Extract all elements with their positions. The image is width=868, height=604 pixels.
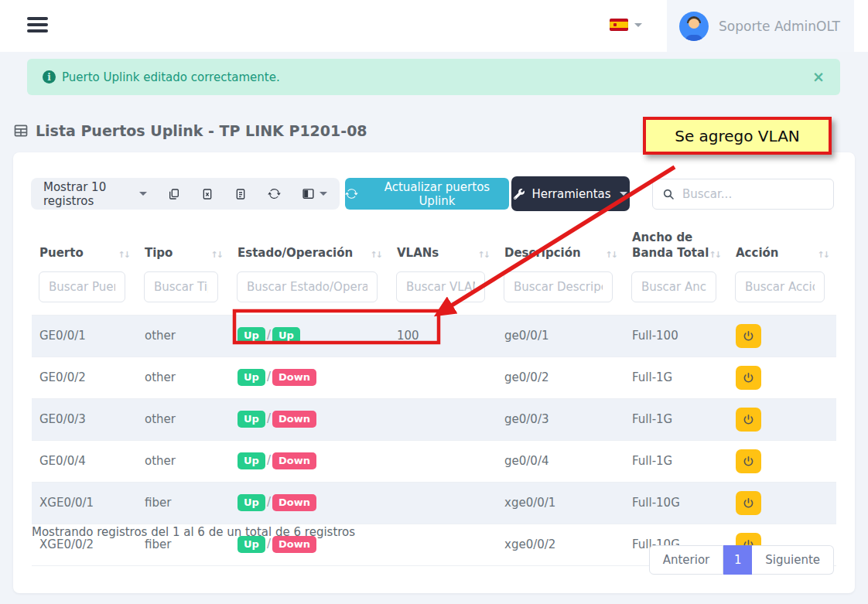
type-cell: other	[137, 440, 230, 482]
column-visibility-icon[interactable]	[302, 187, 327, 200]
action-cell	[728, 398, 836, 440]
power-toggle-button[interactable]	[736, 366, 761, 390]
status-badge: Down	[272, 411, 316, 428]
column-header-4[interactable]: Descripción↑↓	[497, 224, 624, 271]
chevron-down-icon	[620, 192, 627, 196]
alert-message: Puerto Uplink editado correctamente.	[62, 70, 280, 84]
hamburger-menu-icon[interactable]	[27, 17, 48, 36]
reload-icon[interactable]	[268, 187, 281, 200]
table-row: GE0/0/1otherUp/Up100ge0/0/1Full-100	[32, 315, 836, 357]
sort-icon: ↑↓	[211, 250, 222, 261]
info-icon: i	[43, 70, 56, 84]
column-label: VLANs	[397, 245, 439, 261]
copy-icon[interactable]	[168, 188, 180, 200]
description-cell: xge0/0/2	[497, 524, 624, 565]
column-filter-input[interactable]	[237, 271, 378, 302]
description-cell: ge0/0/4	[497, 440, 624, 482]
status-badge: Up	[238, 411, 265, 428]
bandwidth-cell: Full-1G	[624, 357, 728, 398]
column-header-1[interactable]: Tipo↑↓	[137, 224, 230, 271]
success-alert: i Puerto Uplink editado correctamente. ×	[27, 59, 840, 95]
length-menu[interactable]: Mostrar 10 registros	[43, 180, 147, 208]
power-icon	[743, 456, 754, 467]
column-filter-input[interactable]	[504, 271, 613, 302]
status-badge: Up	[238, 494, 265, 511]
page-title-text: Lista Puertos Uplink - TP LINK P1201-08	[36, 122, 367, 139]
column-header-3[interactable]: VLANs↑↓	[389, 224, 497, 271]
table-row: GE0/0/4otherUp/Downge0/0/4Full-1G	[32, 440, 836, 482]
language-dropdown[interactable]	[610, 19, 642, 31]
status-badge: Up	[238, 369, 265, 386]
column-header-5[interactable]: Ancho de Banda Total↑↓	[624, 224, 728, 271]
port-cell: GE0/0/4	[32, 440, 137, 482]
adminolt-page: Soporte AdminOLT i Puerto Uplink editado…	[0, 0, 868, 604]
vlans-cell	[389, 440, 497, 482]
file-export-icon[interactable]	[234, 188, 247, 200]
column-label: Tipo	[145, 245, 173, 261]
user-menu[interactable]: Soporte AdminOLT	[667, 0, 854, 52]
column-label: Estado/Operación	[238, 245, 353, 261]
power-toggle-button[interactable]	[736, 491, 761, 515]
pagination-prev-button[interactable]: Anterior	[649, 545, 724, 575]
power-toggle-button[interactable]	[736, 324, 761, 348]
status-badge: Up	[238, 452, 265, 469]
status-badge: Down	[272, 452, 316, 469]
sort-icon: ↑↓	[478, 250, 489, 261]
bandwidth-cell: Full-100	[624, 315, 728, 357]
column-filter-input[interactable]	[631, 271, 716, 302]
port-cell: GE0/0/3	[32, 398, 137, 440]
column-header-6[interactable]: Acción↑↓	[728, 224, 836, 271]
refresh-icon	[345, 187, 358, 200]
annotation-text: Se agrego VLAN	[675, 127, 800, 145]
column-filter-input[interactable]	[144, 271, 218, 302]
type-cell: other	[137, 315, 230, 357]
column-filter-input[interactable]	[39, 271, 125, 302]
column-label: Puerto	[39, 245, 84, 261]
description-cell: ge0/0/1	[497, 315, 624, 357]
tools-dropdown-button[interactable]: Herramientas	[511, 176, 630, 211]
action-cell	[728, 440, 836, 482]
pagination-next-button[interactable]: Siguiente	[752, 545, 834, 575]
user-name: Soporte AdminOLT	[719, 19, 840, 34]
table-header-row: Puerto↑↓Tipo↑↓Estado/Operación↑↓VLANs↑↓D…	[32, 224, 836, 271]
annotation-box: Se agrego VLAN	[643, 117, 832, 155]
global-search	[652, 179, 834, 210]
column-header-0[interactable]: Puerto↑↓	[32, 224, 137, 271]
pagination-page-1[interactable]: 1	[723, 545, 752, 575]
sort-icon: ↑↓	[709, 250, 720, 261]
column-filter-input[interactable]	[396, 271, 485, 302]
table-row: GE0/0/3otherUp/Downge0/0/3Full-1G	[32, 398, 836, 440]
port-cell: GE0/0/2	[32, 357, 137, 398]
table-icon	[13, 123, 29, 138]
chevron-down-icon	[320, 192, 327, 196]
export-icons	[168, 187, 327, 200]
action-cell	[728, 357, 836, 398]
power-toggle-button[interactable]	[736, 408, 761, 432]
description-cell: xge0/0/1	[497, 482, 624, 524]
wrench-icon	[514, 189, 525, 200]
port-cell: GE0/0/1	[32, 315, 137, 357]
table-row: XGE0/0/1fiberUp/Downxge0/0/1Full-10G	[32, 482, 836, 524]
vlans-cell	[389, 398, 497, 440]
ports-table: Puerto↑↓Tipo↑↓Estado/Operación↑↓VLANs↑↓D…	[32, 224, 836, 566]
refresh-ports-button[interactable]: Actualizar puertos Uplink	[345, 178, 509, 210]
type-cell: fiber	[137, 482, 230, 524]
vlans-cell	[389, 357, 497, 398]
sort-icon: ↑↓	[606, 250, 617, 261]
status-cell: Up/Down	[230, 440, 389, 482]
action-cell	[728, 315, 836, 357]
close-icon[interactable]: ×	[812, 70, 825, 84]
page-title: Lista Puertos Uplink - TP LINK P1201-08	[13, 122, 367, 139]
power-toggle-button[interactable]	[736, 449, 761, 473]
status-badge: Up	[238, 327, 265, 344]
column-header-2[interactable]: Estado/Operación↑↓	[230, 224, 389, 271]
type-cell: other	[137, 398, 230, 440]
excel-export-icon[interactable]	[201, 188, 214, 200]
power-icon	[743, 330, 754, 342]
bandwidth-cell: Full-1G	[624, 440, 728, 482]
column-filter-input[interactable]	[735, 271, 825, 302]
type-cell: other	[137, 357, 230, 398]
sort-icon: ↑↓	[371, 250, 381, 261]
port-cell: XGE0/0/1	[32, 482, 137, 524]
search-input[interactable]	[682, 187, 814, 201]
